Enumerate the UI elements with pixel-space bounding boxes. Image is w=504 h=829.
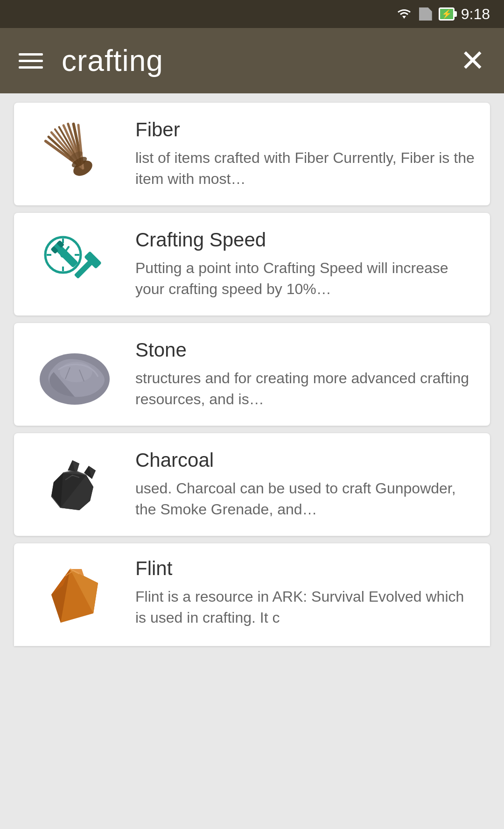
- crafting-speed-image: [28, 227, 121, 302]
- fiber-desc: list of items crafted with Fiber Current…: [135, 148, 476, 190]
- stone-desc: structures and for creating more advance…: [135, 368, 476, 410]
- crafting-speed-icon: [35, 229, 114, 299]
- crafting-speed-title: Crafting Speed: [135, 229, 476, 251]
- list-item[interactable]: Stone structures and for creating more a…: [14, 323, 490, 426]
- flint-card-text: Flint Flint is a resource in ARK: Surviv…: [135, 557, 476, 628]
- stone-card-text: Stone structures and for creating more a…: [135, 339, 476, 410]
- list-item[interactable]: Charcoal used. Charcoal can be used to c…: [14, 433, 490, 536]
- charcoal-image: [28, 447, 121, 522]
- charcoal-card-text: Charcoal used. Charcoal can be used to c…: [135, 449, 476, 520]
- page-title: crafting: [62, 43, 163, 78]
- fiber-icon: [37, 119, 112, 189]
- header: crafting ✕: [0, 28, 504, 93]
- status-time: 9:18: [461, 6, 490, 23]
- list-item[interactable]: Crafting Speed Putting a point into Craf…: [14, 213, 490, 316]
- battery-icon: ⚡: [439, 7, 455, 21]
- charcoal-title: Charcoal: [135, 449, 476, 471]
- status-bar: ⚡ 9:18: [0, 0, 504, 28]
- list-item[interactable]: Flint Flint is a resource in ARK: Surviv…: [14, 543, 490, 646]
- svg-marker-0: [402, 16, 406, 19]
- stone-icon: [35, 342, 114, 407]
- wifi-icon: [396, 7, 413, 21]
- hamburger-icon[interactable]: [19, 53, 43, 69]
- flint-icon: [37, 562, 112, 627]
- charcoal-desc: used. Charcoal can be used to craft Gunp…: [135, 478, 476, 520]
- svg-point-27: [60, 362, 92, 382]
- content-area: Fiber list of items crafted with Fiber C…: [0, 93, 504, 655]
- list-item[interactable]: Fiber list of items crafted with Fiber C…: [14, 103, 490, 205]
- flint-title: Flint: [135, 557, 476, 580]
- stone-title: Stone: [135, 339, 476, 361]
- crafting-speed-desc: Putting a point into Crafting Speed will…: [135, 258, 476, 300]
- fiber-title: Fiber: [135, 119, 476, 141]
- status-icons: ⚡ 9:18: [396, 6, 490, 23]
- fiber-image: [28, 117, 121, 191]
- header-left: crafting: [19, 43, 163, 78]
- crafting-speed-card-text: Crafting Speed Putting a point into Craf…: [135, 229, 476, 300]
- sim-icon: [419, 7, 432, 21]
- charcoal-icon: [35, 447, 114, 522]
- close-button[interactable]: ✕: [460, 46, 485, 76]
- flint-image: [28, 557, 121, 632]
- fiber-card-text: Fiber list of items crafted with Fiber C…: [135, 119, 476, 190]
- stone-image: [28, 337, 121, 412]
- flint-desc: Flint is a resource in ARK: Survival Evo…: [135, 586, 476, 628]
